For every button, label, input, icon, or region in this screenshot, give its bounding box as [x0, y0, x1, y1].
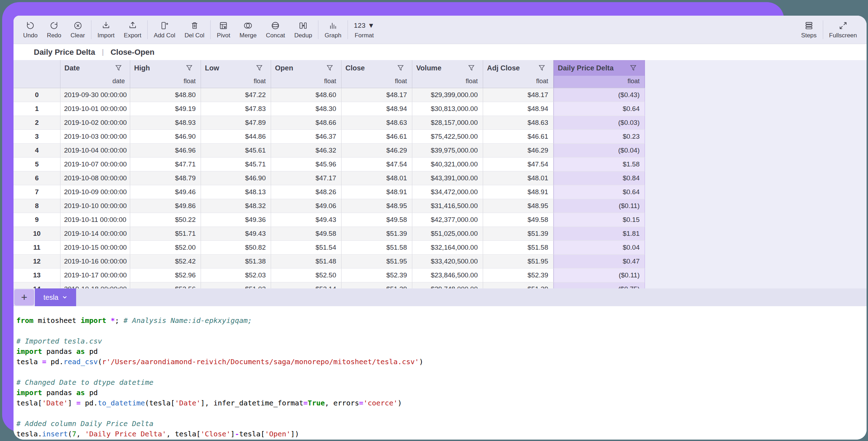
- concat-button[interactable]: Concat: [261, 16, 290, 44]
- table-cell[interactable]: $48.01: [342, 171, 412, 185]
- del-col-button[interactable]: Del Col: [180, 16, 209, 44]
- filter-icon[interactable]: [256, 64, 263, 71]
- table-cell[interactable]: $48.80: [130, 88, 201, 102]
- table-cell[interactable]: $52.03: [201, 269, 271, 282]
- row-index[interactable]: 1: [14, 102, 60, 116]
- table-cell[interactable]: 2019-10-03 00:00:00: [60, 130, 130, 144]
- table-cell[interactable]: $0.04: [554, 241, 645, 255]
- table-cell[interactable]: $46.32: [271, 144, 342, 158]
- table-cell[interactable]: $51.71: [130, 227, 201, 241]
- pivot-button[interactable]: Pivot: [212, 16, 235, 44]
- table-cell[interactable]: $52.42: [130, 255, 201, 269]
- table-cell[interactable]: $51.58: [342, 241, 412, 255]
- table-cell[interactable]: $29,748,000.00: [412, 282, 483, 288]
- table-cell[interactable]: $46.61: [342, 130, 412, 144]
- table-cell[interactable]: ($0.43): [554, 88, 645, 102]
- table-cell[interactable]: $51.39: [483, 282, 554, 288]
- table-cell[interactable]: $31,416,500.00: [412, 199, 483, 213]
- table-cell[interactable]: $34,472,000.00: [412, 185, 483, 199]
- row-index[interactable]: 6: [14, 171, 60, 185]
- table-cell[interactable]: $75,422,500.00: [412, 130, 483, 144]
- table-cell[interactable]: ($0.11): [554, 269, 645, 282]
- table-cell[interactable]: $52.56: [130, 282, 201, 288]
- steps-button[interactable]: Steps: [796, 16, 821, 44]
- table-cell[interactable]: $1.81: [554, 227, 645, 241]
- table-cell[interactable]: 2019-09-30 00:00:00: [60, 88, 130, 102]
- table-cell[interactable]: 2019-10-17 00:00:00: [60, 269, 130, 282]
- table-cell[interactable]: $33,420,500.00: [412, 255, 483, 269]
- table-cell[interactable]: $51.39: [342, 282, 412, 288]
- table-cell[interactable]: $0.23: [554, 130, 645, 144]
- table-cell[interactable]: $0.64: [554, 185, 645, 199]
- table-cell[interactable]: $52.14: [271, 282, 342, 288]
- table-cell[interactable]: $47.17: [271, 171, 342, 185]
- sheet-tab-tesla[interactable]: tesla: [35, 288, 76, 306]
- table-cell[interactable]: $39,975,000.00: [412, 144, 483, 158]
- table-cell[interactable]: $49.43: [201, 227, 271, 241]
- column-header-close[interactable]: Close: [342, 60, 412, 76]
- table-cell[interactable]: 2019-10-14 00:00:00: [60, 227, 130, 241]
- table-cell[interactable]: $47.22: [201, 88, 271, 102]
- table-cell[interactable]: $40,321,000.00: [412, 158, 483, 171]
- table-cell[interactable]: 2019-10-01 00:00:00: [60, 102, 130, 116]
- table-cell[interactable]: $46.90: [130, 130, 201, 144]
- table-cell[interactable]: $30,813,000.00: [412, 102, 483, 116]
- table-cell[interactable]: $48.17: [342, 88, 412, 102]
- filter-icon[interactable]: [326, 64, 333, 71]
- table-cell[interactable]: $51.02: [201, 282, 271, 288]
- table-cell[interactable]: $49.19: [130, 102, 201, 116]
- table-cell[interactable]: $49.46: [130, 185, 201, 199]
- table-cell[interactable]: $48.91: [483, 185, 554, 199]
- table-cell[interactable]: $49.58: [483, 213, 554, 227]
- table-cell[interactable]: $51.95: [342, 255, 412, 269]
- filter-icon[interactable]: [538, 64, 545, 71]
- table-cell[interactable]: $32,164,000.00: [412, 241, 483, 255]
- table-cell[interactable]: $48.60: [271, 88, 342, 102]
- table-cell[interactable]: $0.47: [554, 255, 645, 269]
- table-cell[interactable]: $51.58: [483, 241, 554, 255]
- clear-button[interactable]: Clear: [66, 16, 90, 44]
- table-cell[interactable]: ($0.11): [554, 199, 645, 213]
- table-cell[interactable]: $47.71: [130, 158, 201, 171]
- row-index[interactable]: 0: [14, 88, 60, 102]
- table-cell[interactable]: $29,399,000.00: [412, 88, 483, 102]
- table-cell[interactable]: 2019-10-02 00:00:00: [60, 116, 130, 130]
- column-header-low[interactable]: Low: [201, 60, 271, 76]
- row-index[interactable]: 13: [14, 269, 60, 282]
- table-cell[interactable]: $48.01: [483, 171, 554, 185]
- table-cell[interactable]: $48.95: [483, 199, 554, 213]
- table-cell[interactable]: 2019-10-11 00:00:00: [60, 213, 130, 227]
- row-index[interactable]: 2: [14, 116, 60, 130]
- table-cell[interactable]: $48.26: [271, 185, 342, 199]
- export-button[interactable]: Export: [119, 16, 146, 44]
- table-cell[interactable]: $48.93: [130, 116, 201, 130]
- row-index[interactable]: 14: [14, 282, 60, 288]
- table-cell[interactable]: $46.90: [201, 171, 271, 185]
- table-cell[interactable]: $48.17: [483, 88, 554, 102]
- row-index[interactable]: 3: [14, 130, 60, 144]
- table-cell[interactable]: $47.83: [201, 102, 271, 116]
- table-cell[interactable]: $48.94: [342, 102, 412, 116]
- table-cell[interactable]: 2019-10-16 00:00:00: [60, 255, 130, 269]
- column-header-adj-close[interactable]: Adj Close: [483, 60, 554, 76]
- filter-icon[interactable]: [186, 64, 193, 71]
- import-button[interactable]: Import: [93, 16, 119, 44]
- column-header-daily-price-delta[interactable]: Daily Price Delta: [554, 60, 645, 76]
- table-cell[interactable]: $48.32: [201, 199, 271, 213]
- row-index[interactable]: 4: [14, 144, 60, 158]
- dedup-button[interactable]: Dedup: [290, 16, 317, 44]
- table-cell[interactable]: $45.61: [201, 144, 271, 158]
- table-cell[interactable]: 2019-10-08 00:00:00: [60, 171, 130, 185]
- table-cell[interactable]: 2019-10-18 00:00:00: [60, 282, 130, 288]
- table-cell[interactable]: $49.58: [271, 227, 342, 241]
- table-cell[interactable]: $51.39: [342, 227, 412, 241]
- table-cell[interactable]: $48.13: [201, 185, 271, 199]
- add-col-button[interactable]: Add Col: [149, 16, 180, 44]
- table-cell[interactable]: $23,846,500.00: [412, 269, 483, 282]
- table-cell[interactable]: $52.96: [130, 269, 201, 282]
- table-cell[interactable]: $47.54: [483, 158, 554, 171]
- table-cell[interactable]: $49.43: [271, 213, 342, 227]
- table-cell[interactable]: $48.30: [271, 102, 342, 116]
- table-cell[interactable]: $51,025,000.00: [412, 227, 483, 241]
- filter-icon[interactable]: [115, 64, 122, 71]
